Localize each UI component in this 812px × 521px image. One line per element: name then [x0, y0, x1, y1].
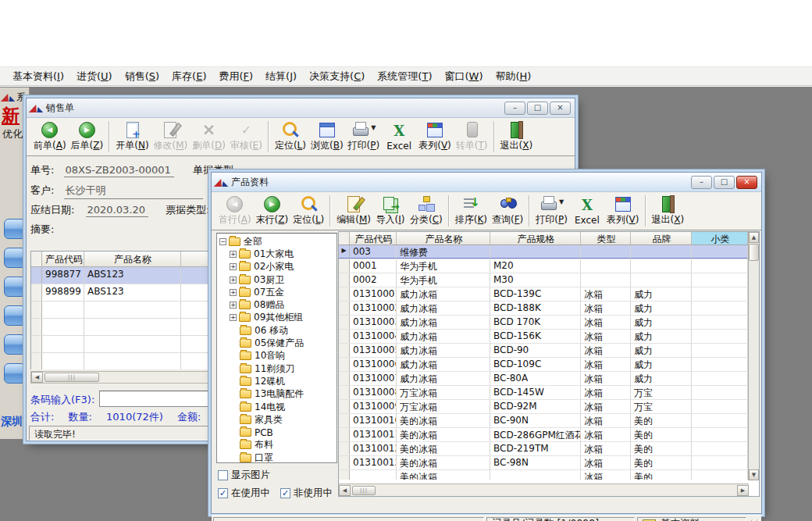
table-row[interactable]: 01310003威力冰箱BCD 170K冰箱威力 — [339, 316, 759, 330]
menu-item-费用[interactable]: 费用(F) — [212, 68, 259, 85]
minimize-button[interactable]: – — [504, 102, 525, 115]
menu-item-库存[interactable]: 库存(E) — [166, 68, 212, 85]
menu-item-基本资料[interactable]: 基本资料(I) — [6, 68, 70, 85]
column-header-产品名称[interactable]: 产品名称 — [84, 252, 181, 266]
toolbar-button-表列[interactable]: 表列(V) — [604, 193, 642, 229]
column-header-产品代码[interactable]: 产品代码 — [42, 252, 84, 266]
tree-item-03厨卫[interactable]: +03厨卫 — [219, 273, 337, 286]
toolbar-button-开单[interactable]: 开单(N) — [113, 119, 151, 155]
dropdown-arrow-icon[interactable]: ▼ — [559, 198, 564, 205]
side-button[interactable] — [4, 305, 26, 326]
toolbar-button-排序[interactable]: 排序(K) — [453, 193, 490, 229]
table-row[interactable]: 0002华为手机M30 — [339, 273, 759, 287]
tree-item-09其他柜组[interactable]: +09其他柜组 — [219, 312, 337, 324]
expand-icon[interactable]: + — [230, 302, 237, 309]
side-button[interactable] — [4, 277, 26, 297]
minimize-button[interactable]: – — [691, 176, 712, 189]
toolbar-button-退出[interactable]: 退出(X) — [498, 119, 536, 155]
scroll-left-arrow-icon[interactable]: ◀ — [31, 372, 43, 383]
close-button[interactable]: × — [550, 102, 571, 115]
menu-item-决策支持[interactable]: 决策支持(C) — [303, 68, 371, 85]
menu-item-窗口[interactable]: 窗口(W) — [438, 68, 489, 85]
toolbar-button-分类[interactable]: 分类(C) — [408, 193, 445, 229]
expand-icon[interactable]: + — [230, 251, 237, 258]
menu-item-进货[interactable]: 进货(U) — [70, 68, 119, 85]
toolbar-button-查询[interactable]: 查询(F) — [490, 193, 525, 229]
toolbar-button-表列[interactable]: 表列(V) — [416, 119, 454, 155]
maximize-button[interactable]: □ — [714, 176, 735, 189]
toolbar-button-浏览[interactable]: 浏览(B) — [308, 119, 346, 155]
column-header-品牌[interactable]: 品牌 — [631, 232, 692, 244]
scroll-thumb[interactable]: ||| — [352, 486, 376, 495]
checkbox[interactable]: ✓ — [218, 488, 228, 498]
column-header-产品规格[interactable]: 产品规格 — [490, 232, 581, 244]
menu-item-系统管理[interactable]: 系统管理(T) — [371, 68, 438, 85]
tree-item-08赠品[interactable]: +08赠品 — [219, 298, 337, 311]
scroll-up-arrow-icon[interactable]: ▲ — [749, 232, 759, 243]
toolbar-button-导入[interactable]: 导入(I) — [373, 193, 408, 229]
toolbar-button-编辑[interactable]: 编辑(M) — [334, 193, 373, 229]
table-row[interactable]: 01310002威力冰箱BCD-188K冰箱威力 — [339, 302, 759, 316]
toolbar-button-打印[interactable]: ▼打印(P) — [346, 119, 383, 155]
column-header-类型[interactable]: 类型 — [581, 232, 631, 244]
table-row[interactable]: 0001华为手机M20 — [339, 259, 759, 273]
tree-item-口罩[interactable]: 口罩 — [219, 451, 337, 463]
table-row[interactable]: 01310008万宝冰箱BCD-145W冰箱万宝 — [339, 386, 759, 400]
column-header-产品代码[interactable]: 产品代码 — [350, 232, 397, 244]
tree-item-布料[interactable]: 布料 — [219, 439, 337, 451]
table-row[interactable]: 01310009万宝冰箱BCD-92M冰箱万宝 — [339, 400, 759, 414]
toolbar-button-定位[interactable]: 定位(L) — [272, 119, 308, 155]
toolbar-button-Excel[interactable]: Excel — [570, 193, 604, 229]
product-window-titlebar[interactable]: 产品资料 – □ × — [212, 173, 761, 192]
tree-item-10音响[interactable]: 10音响 — [219, 350, 337, 362]
menu-item-帮助[interactable]: 帮助(H) — [489, 68, 537, 85]
order-no-value[interactable]: 08XS-ZB2003-00001 — [64, 164, 174, 177]
column-header-产品名称[interactable]: 产品名称 — [397, 232, 490, 244]
side-button[interactable] — [4, 219, 26, 239]
menu-item-结算[interactable]: 结算(J) — [259, 68, 303, 85]
tree-item-06 移动[interactable]: 06 移动 — [219, 324, 337, 337]
collapse-icon[interactable]: − — [219, 238, 226, 245]
checkbox[interactable] — [218, 470, 228, 480]
sales-window-titlebar[interactable]: 销售单 – □ × — [27, 98, 575, 118]
tree-item-07五金[interactable]: +07五金 — [219, 286, 337, 298]
tree-item-02小家电[interactable]: +02小家电 — [219, 261, 337, 273]
sales-table-hscrollbar[interactable]: ◀ ||| — [30, 371, 212, 384]
product-table-vscrollbar[interactable]: ▲ ▼ — [748, 232, 759, 480]
tree-item-11剃须刀[interactable]: 11剃须刀 — [219, 362, 337, 375]
table-row[interactable]: 01310007威力冰箱BC-80A冰箱威力 — [339, 372, 759, 386]
toolbar-button-末行[interactable]: 末行(Z) — [254, 193, 291, 229]
side-button[interactable] — [4, 334, 26, 355]
tree-root[interactable]: −全部 — [219, 235, 337, 248]
maximize-button[interactable]: □ — [527, 102, 548, 115]
category-tree[interactable]: −全部+01大家电+02小家电+03厨卫+07五金+08赠品+09其他柜组06 … — [216, 233, 337, 463]
customer-value[interactable]: 长沙干明 — [64, 184, 203, 199]
table-row[interactable]: 01310004威力冰箱BCD-156K冰箱威力 — [339, 330, 759, 344]
tree-item-13电脑配件[interactable]: 13电脑配件 — [219, 388, 337, 401]
toolbar-button-前单[interactable]: 前单(A) — [31, 119, 69, 155]
toolbar-button-打印[interactable]: ▼打印(P) — [533, 193, 570, 229]
dropdown-arrow-icon[interactable]: ▼ — [371, 124, 376, 131]
table-row[interactable]: ▶003维修费 — [339, 245, 759, 259]
filter-in-use[interactable]: ✓在使用中 — [218, 487, 270, 500]
column-header-小类[interactable]: 小类 — [692, 232, 748, 244]
scroll-thumb[interactable] — [749, 244, 759, 261]
due-date-value[interactable]: 2020.03.20 — [86, 204, 148, 217]
partial-table-row[interactable]: 美的冰箱冰箱美的 — [339, 470, 759, 480]
tree-item-12碟机[interactable]: 12碟机 — [219, 375, 337, 387]
menu-item-销售[interactable]: 销售(S) — [119, 68, 166, 85]
expand-icon[interactable]: + — [230, 277, 237, 284]
expand-icon[interactable]: + — [230, 314, 237, 321]
checkbox[interactable]: ✓ — [280, 488, 290, 498]
side-button[interactable] — [4, 248, 26, 268]
toolbar-button-定位[interactable]: 定位(L) — [290, 193, 326, 229]
toolbar-button-退出[interactable]: 退出(X) — [650, 193, 687, 229]
tree-item-PCB[interactable]: PCB — [219, 426, 337, 438]
table-row[interactable]: 01310013美的冰箱BC-98N冰箱美的 — [339, 456, 759, 470]
table-row[interactable]: 01310006威力冰箱BCD-109C冰箱威力 — [339, 358, 759, 372]
filter-show-image[interactable]: 显示图片 — [218, 469, 270, 482]
tree-item-05保健产品[interactable]: 05保健产品 — [219, 337, 337, 349]
tree-item-14电视[interactable]: 14电视 — [219, 401, 337, 413]
table-row[interactable]: 01310012美的冰箱BCD-219TM冰箱美的 — [339, 442, 759, 456]
expand-icon[interactable]: + — [230, 289, 237, 296]
